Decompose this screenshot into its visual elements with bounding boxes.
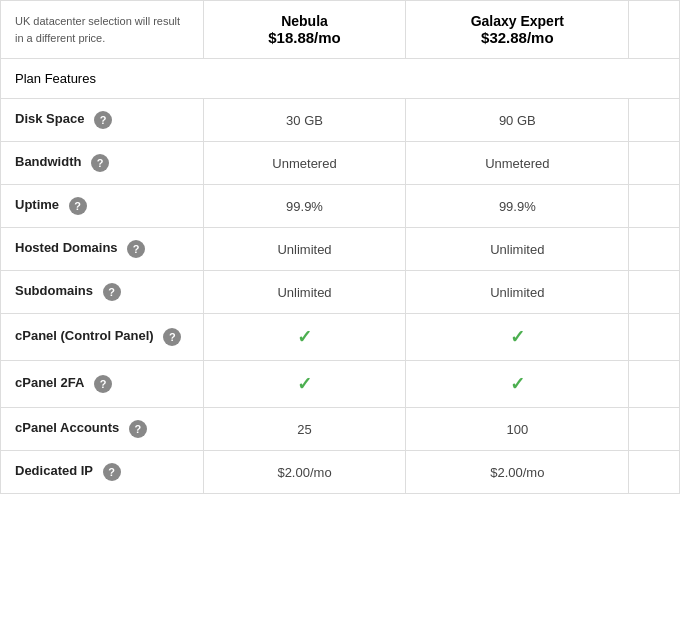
header-empty-col xyxy=(629,1,680,59)
feature-value-cell: Unlimited xyxy=(203,228,406,271)
help-icon[interactable]: ? xyxy=(103,463,121,481)
feature-label: cPanel (Control Panel) xyxy=(15,328,154,343)
plan-galaxy-price: $32.88/mo xyxy=(420,29,614,46)
plan-nebula-name: Nebula xyxy=(218,13,392,29)
help-icon[interactable]: ? xyxy=(129,420,147,438)
header-note-cell: UK datacenter selection will result in a… xyxy=(1,1,204,59)
feature-label-cell: Hosted Domains ? xyxy=(1,228,204,271)
help-icon[interactable]: ? xyxy=(91,154,109,172)
feature-label-cell: cPanel Accounts ? xyxy=(1,408,204,451)
feature-value-cell: 90 GB xyxy=(406,99,629,142)
plan-galaxy-header: Galaxy Expert $32.88/mo xyxy=(406,1,629,59)
feature-value-cell: ✓ xyxy=(203,314,406,361)
feature-value-cell: 99.9% xyxy=(406,185,629,228)
feature-label-cell: cPanel 2FA ? xyxy=(1,361,204,408)
help-icon[interactable]: ? xyxy=(127,240,145,258)
empty-col xyxy=(629,408,680,451)
feature-row: Bandwidth ? UnmeteredUnmetered xyxy=(1,142,680,185)
checkmark-icon: ✓ xyxy=(297,374,312,394)
empty-col xyxy=(629,99,680,142)
feature-value-cell: Unlimited xyxy=(406,271,629,314)
feature-label-cell: Bandwidth ? xyxy=(1,142,204,185)
feature-label: Uptime xyxy=(15,197,59,212)
feature-label: Hosted Domains xyxy=(15,240,118,255)
feature-value-cell: Unmetered xyxy=(203,142,406,185)
feature-value-cell: ✓ xyxy=(406,361,629,408)
checkmark-icon: ✓ xyxy=(297,327,312,347)
feature-row: Subdomains ? UnlimitedUnlimited xyxy=(1,271,680,314)
feature-label: Bandwidth xyxy=(15,154,81,169)
feature-label-cell: Disk Space ? xyxy=(1,99,204,142)
empty-col xyxy=(629,361,680,408)
feature-label-cell: Dedicated IP ? xyxy=(1,451,204,494)
section-header-row: Plan Features xyxy=(1,59,680,99)
feature-value-cell: 30 GB xyxy=(203,99,406,142)
feature-row: cPanel (Control Panel) ? ✓✓ xyxy=(1,314,680,361)
feature-row: cPanel 2FA ? ✓✓ xyxy=(1,361,680,408)
checkmark-icon: ✓ xyxy=(510,374,525,394)
feature-label: cPanel Accounts xyxy=(15,420,119,435)
help-icon[interactable]: ? xyxy=(69,197,87,215)
help-icon[interactable]: ? xyxy=(94,111,112,129)
feature-value-cell: Unmetered xyxy=(406,142,629,185)
feature-row: Disk Space ? 30 GB90 GB xyxy=(1,99,680,142)
feature-row: Hosted Domains ? UnlimitedUnlimited xyxy=(1,228,680,271)
feature-label: cPanel 2FA xyxy=(15,375,84,390)
feature-value-cell: ✓ xyxy=(203,361,406,408)
feature-value-cell: 25 xyxy=(203,408,406,451)
feature-row: cPanel Accounts ? 25100 xyxy=(1,408,680,451)
feature-value-cell: Unlimited xyxy=(406,228,629,271)
feature-label-cell: Subdomains ? xyxy=(1,271,204,314)
header-note: UK datacenter selection will result in a… xyxy=(15,15,180,43)
help-icon[interactable]: ? xyxy=(163,328,181,346)
feature-value-cell: ✓ xyxy=(406,314,629,361)
empty-col xyxy=(629,271,680,314)
feature-label: Dedicated IP xyxy=(15,463,93,478)
empty-col xyxy=(629,185,680,228)
empty-col xyxy=(629,451,680,494)
help-icon[interactable]: ? xyxy=(94,375,112,393)
feature-value-cell: Unlimited xyxy=(203,271,406,314)
feature-row: Dedicated IP ? $2.00/mo$2.00/mo xyxy=(1,451,680,494)
feature-row: Uptime ? 99.9%99.9% xyxy=(1,185,680,228)
plan-galaxy-name: Galaxy Expert xyxy=(420,13,614,29)
feature-value-cell: 100 xyxy=(406,408,629,451)
feature-value-cell: $2.00/mo xyxy=(203,451,406,494)
feature-label-cell: Uptime ? xyxy=(1,185,204,228)
comparison-table: UK datacenter selection will result in a… xyxy=(0,0,680,494)
plan-nebula-price: $18.88/mo xyxy=(218,29,392,46)
header-row: UK datacenter selection will result in a… xyxy=(1,1,680,59)
feature-label: Subdomains xyxy=(15,283,93,298)
feature-value-cell: 99.9% xyxy=(203,185,406,228)
empty-col xyxy=(629,228,680,271)
help-icon[interactable]: ? xyxy=(103,283,121,301)
section-header: Plan Features xyxy=(1,59,680,99)
feature-value-cell: $2.00/mo xyxy=(406,451,629,494)
checkmark-icon: ✓ xyxy=(510,327,525,347)
empty-col xyxy=(629,314,680,361)
empty-col xyxy=(629,142,680,185)
feature-label: Disk Space xyxy=(15,111,84,126)
feature-label-cell: cPanel (Control Panel) ? xyxy=(1,314,204,361)
plan-nebula-header: Nebula $18.88/mo xyxy=(203,1,406,59)
